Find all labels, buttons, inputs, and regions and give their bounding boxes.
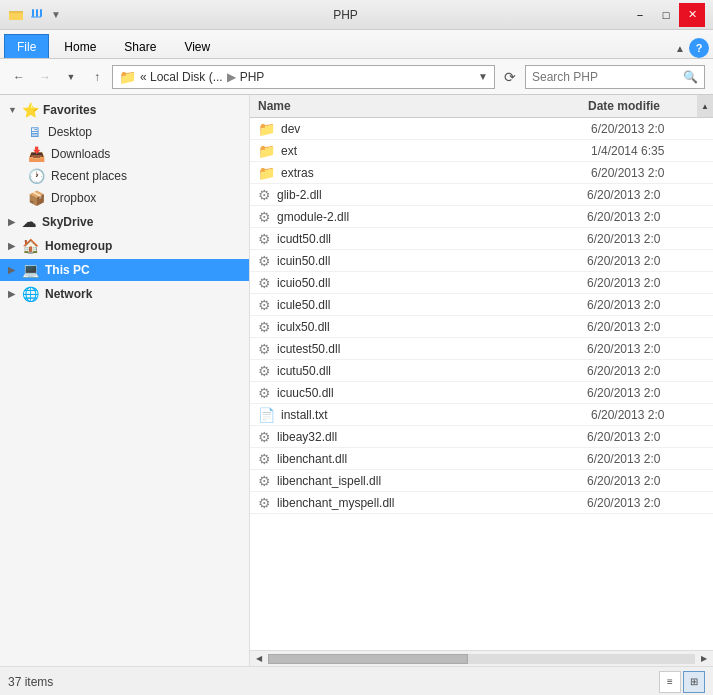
table-row[interactable]: ⚙icudt50.dll6/20/2013 2:0 [250, 228, 713, 250]
dll-icon: ⚙ [258, 341, 271, 357]
sidebar-item-dropbox[interactable]: 📦 Dropbox [0, 187, 249, 209]
sidebar-favorites-header[interactable]: ▼ ⭐ Favorites [0, 99, 249, 121]
table-row[interactable]: ⚙libenchant.dll6/20/2013 2:0 [250, 448, 713, 470]
sidebar-homegroup-header[interactable]: ▶ 🏠 Homegroup [0, 235, 249, 257]
dll-icon: ⚙ [258, 209, 271, 225]
table-row[interactable]: ⚙glib-2.dll6/20/2013 2:0 [250, 184, 713, 206]
dll-icon: ⚙ [258, 429, 271, 445]
minimize-button[interactable]: − [627, 3, 653, 27]
dll-icon: ⚙ [258, 253, 271, 269]
sidebar-item-recent-places[interactable]: 🕐 Recent places [0, 165, 249, 187]
file-name: icuin50.dll [277, 254, 587, 268]
sidebar-group-homegroup: ▶ 🏠 Homegroup [0, 235, 249, 257]
dll-icon: ⚙ [258, 319, 271, 335]
tab-share[interactable]: Share [111, 34, 169, 58]
path-dropdown-button[interactable]: ▼ [478, 71, 488, 82]
skydrive-label: SkyDrive [42, 215, 93, 229]
refresh-button[interactable]: ⟳ [499, 66, 521, 88]
file-date: 6/20/2013 2:0 [591, 122, 705, 136]
file-name: icule50.dll [277, 298, 587, 312]
recent-places-label: Recent places [51, 169, 127, 183]
table-row[interactable]: 📁dev6/20/2013 2:0 [250, 118, 713, 140]
title-bar: ▼ PHP − □ ✕ [0, 0, 713, 30]
table-row[interactable]: ⚙iculx50.dll6/20/2013 2:0 [250, 316, 713, 338]
table-row[interactable]: 📄install.txt6/20/2013 2:0 [250, 404, 713, 426]
details-view-button[interactable]: ≡ [659, 671, 681, 693]
search-input[interactable] [532, 70, 683, 84]
file-date: 6/20/2013 2:0 [587, 342, 705, 356]
svg-rect-6 [32, 9, 34, 17]
recent-places-icon: 🕐 [28, 168, 45, 184]
sidebar-network-header[interactable]: ▶ 🌐 Network [0, 283, 249, 305]
downloads-label: Downloads [51, 147, 110, 161]
hscroll-track[interactable] [268, 654, 695, 664]
table-row[interactable]: ⚙icutu50.dll6/20/2013 2:0 [250, 360, 713, 382]
table-row[interactable]: ⚙libenchant_ispell.dll6/20/2013 2:0 [250, 470, 713, 492]
list-view-button[interactable]: ⊞ [683, 671, 705, 693]
table-row[interactable]: 📁ext1/4/2014 6:35 [250, 140, 713, 162]
expand-homegroup-icon: ▶ [8, 241, 18, 251]
file-area: Name Date modifie ▲ 📁dev6/20/2013 2:0📁ex… [250, 95, 713, 666]
expand-skydrive-icon: ▶ [8, 217, 18, 227]
search-icon: 🔍 [683, 70, 698, 84]
help-button[interactable]: ? [689, 38, 709, 58]
file-name: iculx50.dll [277, 320, 587, 334]
thispc-label: This PC [45, 263, 90, 277]
up-button[interactable]: ↑ [86, 66, 108, 88]
horizontal-scrollbar[interactable]: ◀ ▶ [250, 650, 713, 666]
column-name-header[interactable]: Name [258, 99, 588, 113]
hscroll-right-button[interactable]: ▶ [697, 654, 711, 663]
path-separator: ▶ [227, 70, 236, 84]
title-controls: − □ ✕ [627, 3, 705, 27]
folder-icon: 📁 [258, 165, 275, 181]
desktop-label: Desktop [48, 125, 92, 139]
table-row[interactable]: ⚙icuin50.dll6/20/2013 2:0 [250, 250, 713, 272]
hscroll-thumb[interactable] [268, 654, 468, 664]
sidebar-group-thispc: ▶ 💻 This PC [0, 259, 249, 281]
table-row[interactable]: ⚙gmodule-2.dll6/20/2013 2:0 [250, 206, 713, 228]
expand-thispc-icon: ▶ [8, 265, 18, 275]
file-name: icutu50.dll [277, 364, 587, 378]
tab-view[interactable]: View [171, 34, 223, 58]
dropbox-icon: 📦 [28, 190, 45, 206]
address-bar: ← → ▼ ↑ 📁 « Local Disk (... ▶ PHP ▼ ⟳ 🔍 [0, 59, 713, 95]
table-row[interactable]: ⚙icuio50.dll6/20/2013 2:0 [250, 272, 713, 294]
sidebar-skydrive-header[interactable]: ▶ ☁ SkyDrive [0, 211, 249, 233]
table-row[interactable]: ⚙icuuc50.dll6/20/2013 2:0 [250, 382, 713, 404]
small-arrow-icon[interactable]: ▼ [48, 7, 64, 23]
close-button[interactable]: ✕ [679, 3, 705, 27]
sidebar-item-downloads[interactable]: 📥 Downloads [0, 143, 249, 165]
forward-button[interactable]: → [34, 66, 56, 88]
dropbox-label: Dropbox [51, 191, 96, 205]
file-name: icutest50.dll [277, 342, 587, 356]
sidebar-thispc-header[interactable]: ▶ 💻 This PC [0, 259, 249, 281]
file-date: 6/20/2013 2:0 [587, 298, 705, 312]
table-row[interactable]: ⚙libenchant_myspell.dll6/20/2013 2:0 [250, 492, 713, 514]
column-date-header[interactable]: Date modifie [588, 99, 705, 113]
dll-icon: ⚙ [258, 275, 271, 291]
skydrive-icon: ☁ [22, 214, 36, 230]
file-name: icudt50.dll [277, 232, 587, 246]
maximize-button[interactable]: □ [653, 3, 679, 27]
pin-icon [28, 7, 44, 23]
table-row[interactable]: ⚙icutest50.dll6/20/2013 2:0 [250, 338, 713, 360]
file-name: ext [281, 144, 591, 158]
table-row[interactable]: ⚙libeay32.dll6/20/2013 2:0 [250, 426, 713, 448]
table-row[interactable]: ⚙icule50.dll6/20/2013 2:0 [250, 294, 713, 316]
scroll-up-button[interactable]: ▲ [697, 95, 713, 117]
back-button[interactable]: ← [8, 66, 30, 88]
ribbon-collapse-button[interactable]: ▲ [675, 43, 685, 54]
file-name: gmodule-2.dll [277, 210, 587, 224]
file-date: 6/20/2013 2:0 [591, 166, 705, 180]
table-row[interactable]: 📁extras6/20/2013 2:0 [250, 162, 713, 184]
svg-rect-8 [40, 9, 42, 17]
tab-file[interactable]: File [4, 34, 49, 58]
sidebar-item-desktop[interactable]: 🖥 Desktop [0, 121, 249, 143]
title-bar-left: ▼ [8, 7, 64, 23]
address-path[interactable]: 📁 « Local Disk (... ▶ PHP ▼ [112, 65, 495, 89]
hscroll-left-button[interactable]: ◀ [252, 654, 266, 663]
tab-home[interactable]: Home [51, 34, 109, 58]
sidebar: ▼ ⭐ Favorites 🖥 Desktop 📥 Downloads 🕐 Re… [0, 95, 250, 666]
dropdown-history-button[interactable]: ▼ [60, 66, 82, 88]
file-list-header: Name Date modifie ▲ [250, 95, 713, 118]
